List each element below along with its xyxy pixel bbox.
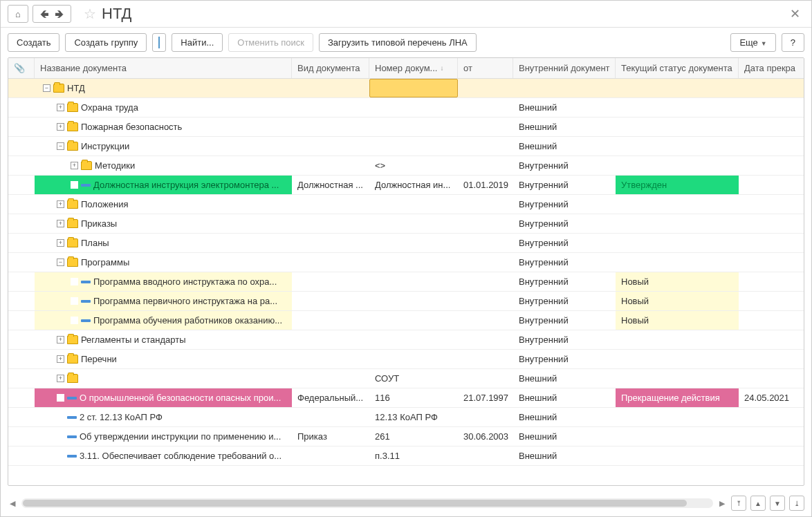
cell-number [369,214,458,233]
help-button[interactable]: ? [782,33,804,52]
cell-type [292,234,369,252]
cell-name[interactable]: Об утверждении инструкции по применению … [35,427,292,446]
scroll-right-icon[interactable]: ▶ [717,499,727,508]
horizontal-scrollbar[interactable] [21,498,713,508]
create-group-button[interactable]: Создать группу [65,33,147,52]
tree-folder-row[interactable]: −НТД [8,79,804,98]
cell-name[interactable]: Должностная инструкция электромонтера ..… [35,176,292,194]
cell-name[interactable]: +Пожарная безопасность [35,118,292,136]
cell-name[interactable]: +Охрана труда [35,98,292,117]
expand-spacer [57,433,64,440]
cell-name[interactable]: Программа обучения работников оказанию..… [35,311,292,330]
cell-end: 24.05.2021 [739,388,804,407]
tree-folder-row[interactable]: +ПоложенияВнутренний [8,195,804,214]
expand-toggle[interactable]: − [43,84,50,92]
expand-toggle[interactable]: + [57,200,64,208]
cell-name[interactable]: О промышленной безопасности опасных прои… [35,388,292,407]
favorite-star-icon[interactable]: ☆ [84,6,96,22]
cell-name[interactable]: Программа первичного инструктажа на ра..… [35,292,292,310]
create-button[interactable]: Создать [8,33,59,52]
cell-name[interactable]: +Приказы [35,214,292,233]
cell-clip [8,234,35,252]
tree-doc-row[interactable]: О промышленной безопасности опасных прои… [8,388,804,408]
col-internal-doc[interactable]: Внутренний документ [513,58,616,78]
cell-name[interactable]: 2 ст. 12.13 КоАП РФ [35,408,292,426]
tree-folder-row[interactable]: +Пожарная безопасностьВнешний [8,118,804,137]
cell-name[interactable]: −Программы [35,253,292,272]
col-number[interactable]: Номер докум...↓ [369,58,458,78]
tree-folder-row[interactable]: +ПриказыВнутренний [8,214,804,234]
cell-end [739,156,804,175]
cell-name[interactable]: +Регламенты и стандарты [35,330,292,349]
cell-end [739,369,804,388]
expand-toggle[interactable]: + [57,375,64,382]
expand-toggle[interactable]: + [57,239,64,247]
tree-folder-row[interactable]: +Регламенты и стандартыВнутренний [8,330,804,350]
tree-doc-row[interactable]: Программа первичного инструктажа на ра..… [8,292,804,311]
tree-doc-row[interactable]: Программа вводного инструктажа по охра..… [8,272,804,292]
back-forward-button[interactable]: 🡸 🡺 [33,5,71,23]
cell-name[interactable]: +Методики [35,156,292,175]
home-button[interactable]: ⌂ [8,5,28,23]
expand-toggle[interactable]: + [57,123,64,131]
expand-toggle[interactable]: + [57,220,64,227]
expand-toggle[interactable]: + [71,162,78,169]
cell-name[interactable]: Программа вводного инструктажа по охра..… [35,272,292,291]
tree-folder-row[interactable]: +ПеречниВнутренний [8,350,804,369]
expand-toggle[interactable]: − [57,258,64,266]
close-button[interactable]: ✕ [786,6,804,21]
cell-name[interactable]: 3.11. Обеспечивает соблюдение требований… [35,446,292,465]
expand-toggle[interactable]: + [57,355,64,363]
expand-spacer [71,297,78,305]
cell-type: Приказ [292,427,369,446]
cell-status [616,118,739,136]
expand-toggle[interactable]: + [57,104,64,111]
cell-name[interactable]: + [35,369,292,388]
add-doc-button[interactable] [152,33,166,52]
cell-number: 12.13 КоАП РФ [369,408,458,426]
more-button[interactable]: Еще▼ [730,33,775,52]
expand-toggle[interactable]: − [57,142,64,150]
tree-folder-row[interactable]: −ПрограммыВнутренний [8,253,804,272]
cell-number [369,272,458,291]
tree-doc-row[interactable]: 2 ст. 12.13 КоАП РФ12.13 КоАП РФВнешний [8,408,804,427]
grid-body[interactable]: −НТД+Охрана трудаВнешний+Пожарная безопа… [8,79,804,485]
cell-name[interactable]: +Положения [35,195,292,214]
expand-toggle[interactable]: + [57,336,64,344]
prev-page-button[interactable]: ▲ [750,496,766,511]
col-end-date[interactable]: Дата прекра [739,58,804,78]
tree-doc-row[interactable]: 3.11. Обеспечивает соблюдение требований… [8,446,804,466]
doc-icon [67,397,77,400]
row-label: Перечни [81,354,117,364]
tree-doc-row[interactable]: Программа обучения работников оказанию..… [8,311,804,330]
cell-name[interactable]: +Планы [35,234,292,252]
tree-doc-row[interactable]: Должностная инструкция электромонтера ..… [8,176,804,195]
tree-folder-row[interactable]: +Методики<>Внутренний [8,156,804,176]
cell-clip [8,272,35,291]
first-page-button[interactable]: ⤒ [731,496,746,511]
cell-name[interactable]: −НТД [35,79,292,97]
load-list-button[interactable]: Загрузить типовой перечень ЛНА [319,33,477,52]
tree-folder-row[interactable]: +СОУТВнешний [8,369,804,388]
cell-end [739,272,804,291]
row-label: Программа обучения работников оказанию..… [93,315,282,326]
col-name[interactable]: Название документа [35,58,292,78]
cell-name[interactable]: −Инструкции [35,137,292,156]
col-attachment[interactable]: 📎 [8,58,35,78]
tree-folder-row[interactable]: −ИнструкцииВнешний [8,137,804,156]
cell-status [616,79,739,97]
col-type[interactable]: Вид документа [292,58,369,78]
last-page-button[interactable]: ⤓ [789,496,804,511]
data-grid: 📎 Название документа Вид документа Номер… [8,57,804,486]
next-page-button[interactable]: ▼ [770,496,785,511]
tree-folder-row[interactable]: +Охрана трудаВнешний [8,98,804,118]
tree-folder-row[interactable]: +ПланыВнутренний [8,234,804,253]
scrollbar-thumb[interactable] [23,500,687,507]
find-button[interactable]: Найти... [172,33,223,52]
scroll-left-icon[interactable]: ◀ [8,499,17,508]
cell-name[interactable]: +Перечни [35,350,292,368]
tree-doc-row[interactable]: Об утверждении инструкции по применению … [8,427,804,446]
col-date[interactable]: от [458,58,513,78]
col-status[interactable]: Текущий статус документа [616,58,739,78]
cancel-find-button: Отменить поиск [228,33,313,52]
